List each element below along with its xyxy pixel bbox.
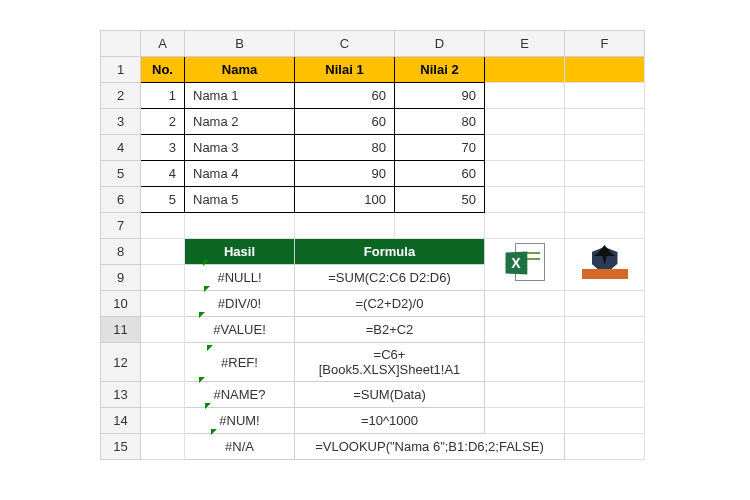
cell-E14[interactable] <box>485 408 565 434</box>
cell-F14[interactable] <box>565 408 645 434</box>
cell-E11[interactable] <box>485 317 565 343</box>
spreadsheet[interactable]: A B C D E F 1 No. Nama Nilai 1 Nilai 2 2… <box>100 30 645 460</box>
row-header-13[interactable]: 13 <box>101 382 141 408</box>
cell-A2[interactable]: 1 <box>141 83 185 109</box>
cell-E12[interactable] <box>485 343 565 382</box>
col-header-B[interactable]: B <box>185 31 295 57</box>
row-header-1[interactable]: 1 <box>101 57 141 83</box>
cell-C2[interactable]: 60 <box>295 83 395 109</box>
row-header-15[interactable]: 15 <box>101 434 141 460</box>
row-header-7[interactable]: 7 <box>101 213 141 239</box>
col-header-F[interactable]: F <box>565 31 645 57</box>
row-header-3[interactable]: 3 <box>101 109 141 135</box>
cell-C6[interactable]: 100 <box>295 187 395 213</box>
cell-A6[interactable]: 5 <box>141 187 185 213</box>
col-header-A[interactable]: A <box>141 31 185 57</box>
cell-B14[interactable]: #NUM! <box>185 408 295 434</box>
cell-F7[interactable] <box>565 213 645 239</box>
cell-F10[interactable] <box>565 291 645 317</box>
cell-F6[interactable] <box>565 187 645 213</box>
cell-A4[interactable]: 3 <box>141 135 185 161</box>
cell-C14[interactable]: =10^1000 <box>295 408 485 434</box>
cell-E8[interactable]: X <box>485 239 565 291</box>
col-header-E[interactable]: E <box>485 31 565 57</box>
cell-C13[interactable]: =SUM(Data) <box>295 382 485 408</box>
cell-E13[interactable] <box>485 382 565 408</box>
cell-D5[interactable]: 60 <box>395 161 485 187</box>
row-header-12[interactable]: 12 <box>101 343 141 382</box>
cell-B7[interactable] <box>185 213 295 239</box>
cell-B4[interactable]: Nama 3 <box>185 135 295 161</box>
cell-C11[interactable]: =B2+C2 <box>295 317 485 343</box>
cell-A13[interactable] <box>141 382 185 408</box>
cell-B8-hasil-header[interactable]: Hasil <box>185 239 295 265</box>
row-header-2[interactable]: 2 <box>101 83 141 109</box>
cell-F3[interactable] <box>565 109 645 135</box>
cell-F11[interactable] <box>565 317 645 343</box>
row-header-14[interactable]: 14 <box>101 408 141 434</box>
cell-E6[interactable] <box>485 187 565 213</box>
cell-B1[interactable]: Nama <box>185 57 295 83</box>
cell-A9[interactable] <box>141 265 185 291</box>
cell-E4[interactable] <box>485 135 565 161</box>
cell-B11[interactable]: #VALUE! <box>185 317 295 343</box>
corner-cell[interactable] <box>101 31 141 57</box>
row-header-10[interactable]: 10 <box>101 291 141 317</box>
cell-A12[interactable] <box>141 343 185 382</box>
cell-D7[interactable] <box>395 213 485 239</box>
cell-C5[interactable]: 90 <box>295 161 395 187</box>
row-header-6[interactable]: 6 <box>101 187 141 213</box>
cell-C8-formula-header[interactable]: Formula <box>295 239 485 265</box>
cell-B12[interactable]: #REF! <box>185 343 295 382</box>
cell-F13[interactable] <box>565 382 645 408</box>
cell-C9[interactable]: =SUM(C2:C6 D2:D6) <box>295 265 485 291</box>
cell-E3[interactable] <box>485 109 565 135</box>
cell-F1[interactable] <box>565 57 645 83</box>
cell-B5[interactable]: Nama 4 <box>185 161 295 187</box>
row-header-8[interactable]: 8 <box>101 239 141 265</box>
col-header-D[interactable]: D <box>395 31 485 57</box>
cell-F8[interactable] <box>565 239 645 291</box>
cell-D3[interactable]: 80 <box>395 109 485 135</box>
cell-C4[interactable]: 80 <box>295 135 395 161</box>
cell-A15[interactable] <box>141 434 185 460</box>
cell-A8[interactable] <box>141 239 185 265</box>
cell-B3[interactable]: Nama 2 <box>185 109 295 135</box>
cell-E1[interactable] <box>485 57 565 83</box>
cell-F15[interactable] <box>565 434 645 460</box>
row-header-9[interactable]: 9 <box>101 265 141 291</box>
cell-D4[interactable]: 70 <box>395 135 485 161</box>
cell-B15[interactable]: #N/A <box>185 434 295 460</box>
col-header-C[interactable]: C <box>295 31 395 57</box>
cell-D2[interactable]: 90 <box>395 83 485 109</box>
cell-C7[interactable] <box>295 213 395 239</box>
cell-F4[interactable] <box>565 135 645 161</box>
cell-C15[interactable]: =VLOOKUP("Nama 6";B1:D6;2;FALSE) <box>295 434 565 460</box>
cell-A7[interactable] <box>141 213 185 239</box>
cell-A5[interactable]: 4 <box>141 161 185 187</box>
cell-A11[interactable] <box>141 317 185 343</box>
cell-A14[interactable] <box>141 408 185 434</box>
cell-E5[interactable] <box>485 161 565 187</box>
cell-E2[interactable] <box>485 83 565 109</box>
cell-D6[interactable]: 50 <box>395 187 485 213</box>
row-header-11[interactable]: 11 <box>101 317 141 343</box>
cell-C10[interactable]: =(C2+D2)/0 <box>295 291 485 317</box>
cell-C3[interactable]: 60 <box>295 109 395 135</box>
row-header-5[interactable]: 5 <box>101 161 141 187</box>
cell-F2[interactable] <box>565 83 645 109</box>
cell-E7[interactable] <box>485 213 565 239</box>
cell-B2[interactable]: Nama 1 <box>185 83 295 109</box>
cell-E10[interactable] <box>485 291 565 317</box>
cell-B9[interactable]: #NULL! <box>185 265 295 291</box>
cell-C12[interactable]: =C6+[Book5.XLSX]Sheet1!A1 <box>295 343 485 382</box>
cell-F12[interactable] <box>565 343 645 382</box>
cell-D1[interactable]: Nilai 2 <box>395 57 485 83</box>
cell-A1[interactable]: No. <box>141 57 185 83</box>
cell-C1[interactable]: Nilai 1 <box>295 57 395 83</box>
cell-B13[interactable]: #NAME? <box>185 382 295 408</box>
cell-F5[interactable] <box>565 161 645 187</box>
cell-A3[interactable]: 2 <box>141 109 185 135</box>
row-header-4[interactable]: 4 <box>101 135 141 161</box>
cell-B6[interactable]: Nama 5 <box>185 187 295 213</box>
